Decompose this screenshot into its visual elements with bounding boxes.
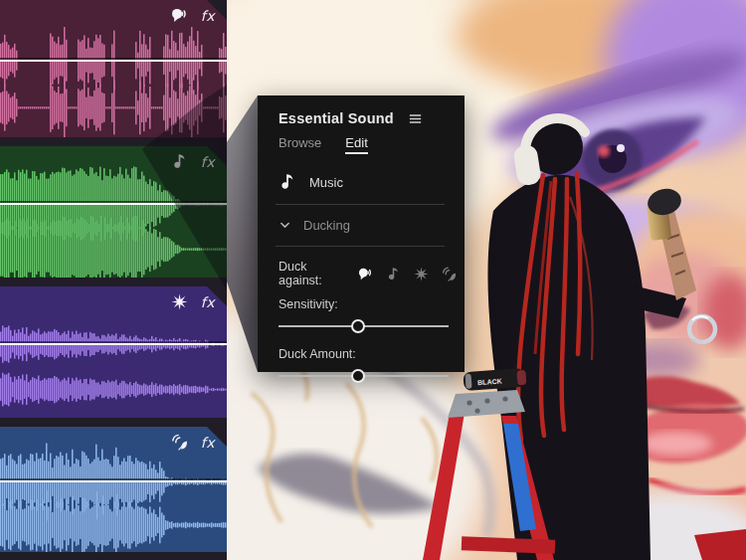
audio-track-dialogue[interactable]: fx bbox=[0, 0, 227, 137]
duck-against-sfx-icon[interactable] bbox=[414, 267, 429, 281]
audio-track-music[interactable]: fx bbox=[0, 146, 227, 278]
audio-track-ambience[interactable]: fx bbox=[0, 427, 227, 552]
duck-against-label: Duck against: bbox=[279, 260, 345, 287]
duck-against-dialogue-icon[interactable] bbox=[358, 267, 373, 281]
scene: BLACK fx fx bbox=[0, 0, 746, 560]
tab-browse[interactable]: Browse bbox=[279, 135, 321, 154]
mural-iris-glint bbox=[598, 145, 610, 157]
ambience-icon bbox=[171, 434, 188, 451]
divider bbox=[276, 246, 445, 247]
clip-type-row[interactable]: Music bbox=[279, 171, 457, 193]
ducking-section-header[interactable]: Ducking bbox=[279, 215, 457, 235]
duck-against-ambience-icon[interactable] bbox=[442, 267, 457, 281]
fx-badge[interactable]: fx bbox=[201, 8, 215, 24]
timeline-tracks: fx fx fx fx bbox=[0, 0, 227, 560]
sensitivity-slider-knob[interactable] bbox=[351, 319, 365, 333]
volume-rubber-band[interactable] bbox=[0, 60, 227, 62]
fx-badge[interactable]: fx bbox=[201, 154, 215, 170]
mural-eye-highlight bbox=[617, 144, 625, 152]
duck-amount-label: Duck Amount: bbox=[279, 347, 457, 361]
panel-title: Essential Sound bbox=[279, 110, 394, 126]
tab-edit[interactable]: Edit bbox=[345, 135, 367, 154]
chevron-down-icon[interactable] bbox=[279, 219, 291, 232]
panel-tabs: Browse Edit bbox=[279, 135, 457, 154]
sfx-star-icon bbox=[171, 293, 188, 310]
volume-rubber-band[interactable] bbox=[0, 480, 227, 482]
hamburger-icon[interactable] bbox=[408, 111, 423, 126]
duck-against-options bbox=[358, 267, 457, 281]
duck-amount-slider[interactable] bbox=[279, 369, 449, 383]
sensitivity-label: Sensitivity: bbox=[279, 297, 457, 311]
fx-badge[interactable]: fx bbox=[201, 435, 215, 451]
duck-against-music-icon[interactable] bbox=[386, 267, 401, 281]
audio-track-sfx[interactable]: fx bbox=[0, 286, 227, 418]
essential-sound-panel: Essential Sound Browse Edit Music Duckin… bbox=[258, 95, 465, 372]
mural-lip-highlight bbox=[641, 432, 712, 456]
music-note-icon bbox=[279, 173, 296, 191]
music-note-icon bbox=[171, 153, 188, 170]
volume-rubber-band[interactable] bbox=[0, 203, 227, 205]
divider bbox=[276, 204, 445, 205]
sensitivity-slider[interactable] bbox=[279, 319, 449, 333]
dialogue-icon bbox=[171, 7, 188, 24]
duck-amount-slider-knob[interactable] bbox=[351, 369, 365, 383]
ducking-section-label: Ducking bbox=[303, 218, 350, 233]
fx-badge[interactable]: fx bbox=[201, 294, 215, 310]
clip-type-label: Music bbox=[309, 175, 343, 190]
volume-rubber-band[interactable] bbox=[0, 343, 227, 345]
